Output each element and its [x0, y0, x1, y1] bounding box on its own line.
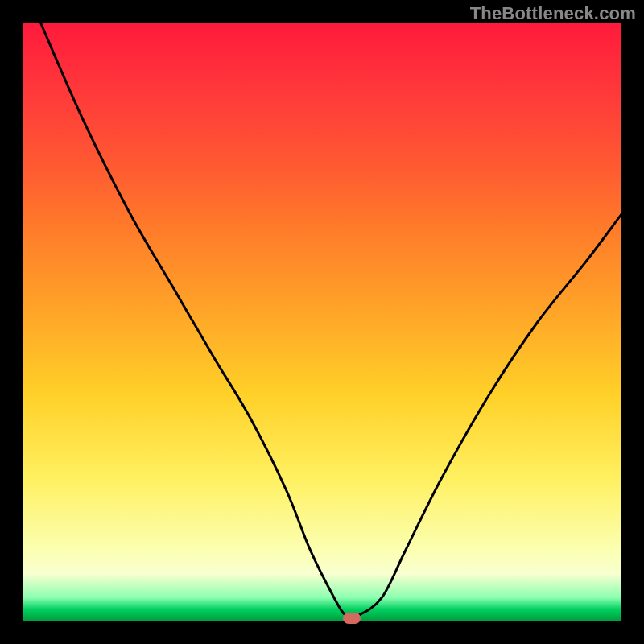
bottleneck-curve — [23, 23, 621, 621]
plot-area — [23, 23, 621, 621]
chart-frame: TheBottleneck.com — [0, 0, 644, 644]
watermark-text: TheBottleneck.com — [470, 3, 636, 24]
curve-path — [40, 23, 621, 617]
optimal-point-marker — [343, 613, 361, 624]
